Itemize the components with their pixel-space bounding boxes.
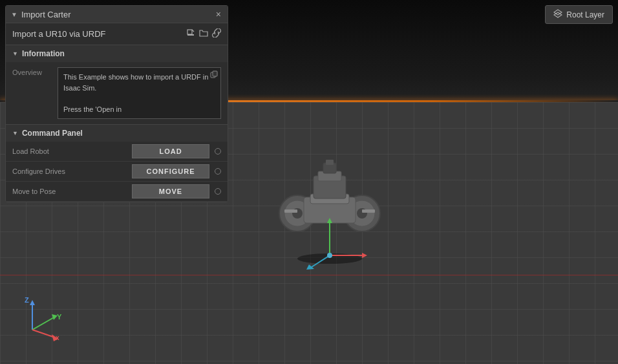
folder-icon[interactable] [199, 28, 208, 39]
svg-marker-16 [362, 253, 367, 258]
layers-icon [553, 9, 562, 20]
root-layer-button[interactable]: Root Layer [545, 5, 613, 24]
configure-drives-label: Configure Drives [12, 167, 132, 175]
command-panel-section: ▼ Command Panel Load Robot LOAD Configur… [6, 125, 228, 202]
panel-header-icons [186, 28, 221, 39]
panel-titlebar: ▼ Import Carter × [6, 6, 228, 23]
robot-model [278, 129, 381, 273]
panel-header: Import a UR10 via URDF [6, 23, 228, 45]
move-to-pose-label: Move to Pose [12, 187, 132, 195]
panel-title: Import Carter [21, 10, 71, 19]
svg-line-28 [32, 330, 55, 337]
import-panel: ▼ Import Carter × Import a UR10 via URDF [5, 5, 228, 202]
copy-icon[interactable] [210, 70, 218, 81]
root-layer-label: Root Layer [566, 10, 604, 19]
command-panel-arrow: ▼ [12, 130, 18, 136]
configure-drives-button[interactable]: CONFIGURE [132, 164, 209, 178]
svg-line-25 [32, 317, 55, 330]
svg-marker-20 [306, 264, 314, 270]
svg-text:Y: Y [57, 313, 62, 321]
move-to-pose-indicator [215, 188, 221, 195]
link-icon[interactable] [212, 28, 221, 39]
command-panel-title: Command Panel [22, 129, 83, 138]
information-section-title: Information [22, 49, 65, 58]
move-to-pose-row: Move to Pose MOVE [6, 182, 228, 202]
svg-rect-37 [213, 71, 217, 76]
configure-drives-row: Configure Drives CONFIGURE [6, 162, 228, 182]
information-section: ▼ Information Overview This Example show… [6, 45, 228, 125]
svg-marker-23 [30, 300, 35, 305]
panel-close-button[interactable]: × [215, 9, 222, 19]
command-panel-header[interactable]: ▼ Command Panel [6, 125, 228, 142]
configure-drives-indicator [215, 168, 221, 175]
panel-header-title: Import a UR10 via URDF [12, 29, 105, 39]
load-robot-indicator [215, 148, 221, 155]
svg-point-21 [327, 253, 332, 258]
overview-text-box[interactable]: This Example shows how to import a URDF … [58, 67, 221, 119]
floor-red-line [0, 275, 618, 275]
overview-label: Overview [12, 67, 51, 119]
load-robot-label: Load Robot [12, 147, 132, 155]
svg-rect-14 [362, 209, 375, 213]
overview-text: This Example shows how to import a URDF … [63, 73, 208, 113]
edit-icon[interactable] [186, 28, 195, 39]
svg-rect-12 [326, 160, 334, 165]
panel-collapse-arrow[interactable]: ▼ [11, 11, 17, 18]
load-robot-row: Load Robot LOAD [6, 142, 228, 162]
svg-rect-13 [284, 209, 297, 213]
move-to-pose-button[interactable]: MOVE [132, 184, 209, 198]
svg-text:x: x [56, 334, 59, 341]
coordinate-axes: Z Y x [19, 297, 65, 345]
load-robot-button[interactable]: LOAD [132, 144, 209, 158]
information-section-content: Overview This Example shows how to impor… [6, 62, 228, 124]
svg-text:Z: Z [25, 297, 29, 304]
information-section-header[interactable]: ▼ Information [6, 45, 228, 62]
titlebar-left: ▼ Import Carter [11, 10, 70, 19]
information-collapse-arrow: ▼ [12, 50, 18, 57]
svg-rect-34 [187, 30, 192, 34]
